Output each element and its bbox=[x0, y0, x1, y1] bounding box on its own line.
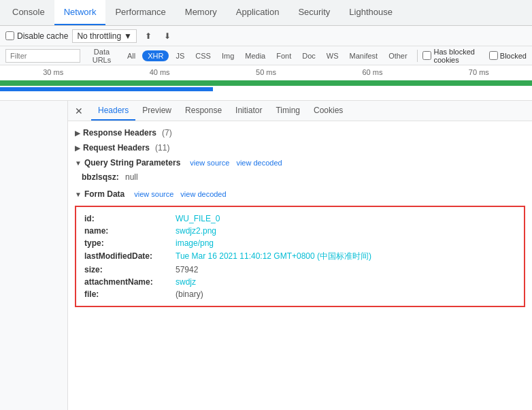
right-panel: ✕ Headers Preview Response Initiator Tim… bbox=[68, 101, 532, 410]
timeline-label-60ms: 60 ms bbox=[319, 68, 425, 76]
form-data-section[interactable]: ▼ Form Data view source view decoded bbox=[68, 187, 532, 202]
separator bbox=[417, 50, 418, 62]
tab-security[interactable]: Security bbox=[288, 0, 339, 25]
filter-btn-doc[interactable]: Doc bbox=[298, 50, 320, 61]
filter-btn-all[interactable]: All bbox=[123, 50, 139, 61]
sub-tab-initiator[interactable]: Initiator bbox=[229, 101, 269, 121]
sub-tab-timing[interactable]: Timing bbox=[269, 101, 307, 121]
filter-btn-media[interactable]: Media bbox=[241, 50, 269, 61]
chevron-down-icon: ▼ bbox=[124, 31, 132, 41]
disable-cache-checkbox[interactable]: Disable cache bbox=[5, 31, 68, 41]
form-key-file: file: bbox=[84, 289, 173, 299]
tab-network[interactable]: Network bbox=[54, 0, 106, 25]
close-icon[interactable]: ✕ bbox=[72, 104, 86, 118]
sub-tab-cookies[interactable]: Cookies bbox=[307, 101, 350, 121]
filter-btn-css[interactable]: CSS bbox=[191, 50, 215, 61]
form-row-attachmentname: attachmentName: swdjz bbox=[84, 276, 516, 288]
filter-btn-manifest[interactable]: Manifest bbox=[346, 50, 382, 61]
disable-cache-input[interactable] bbox=[5, 31, 14, 40]
form-data-view-decoded[interactable]: view decoded bbox=[180, 190, 226, 198]
blocked-cookies-label: Has blocked cookies bbox=[433, 48, 486, 64]
query-string-section[interactable]: ▼ Query String Parameters view source vi… bbox=[68, 155, 532, 170]
sub-tab-response[interactable]: Response bbox=[178, 101, 229, 121]
sub-tabs: ✕ Headers Preview Response Initiator Tim… bbox=[68, 101, 532, 121]
filter-btn-img[interactable]: Img bbox=[218, 50, 238, 61]
form-data-label: Form Data bbox=[84, 189, 124, 199]
form-row-name: name: swdjz2.png bbox=[84, 225, 516, 237]
tab-performance[interactable]: Performance bbox=[105, 0, 175, 25]
response-headers-triangle: ▶ bbox=[75, 129, 80, 137]
form-key-size: size: bbox=[84, 265, 173, 274]
form-key-lastmodified: lastModifiedDate: bbox=[84, 251, 173, 261]
blocked-cookies-checkbox[interactable]: Has blocked cookies bbox=[422, 48, 486, 64]
form-key-attachmentname: attachmentName: bbox=[84, 277, 173, 287]
form-key-id: id: bbox=[84, 214, 173, 223]
form-row-type: type: image/png bbox=[84, 237, 516, 249]
form-val-file: (binary) bbox=[176, 289, 203, 299]
disable-cache-label: Disable cache bbox=[17, 31, 68, 41]
query-param-key: bbzlsqsz: bbox=[82, 172, 122, 182]
form-key-name: name: bbox=[84, 226, 173, 236]
tab-lighthouse[interactable]: Lighthouse bbox=[339, 0, 402, 25]
form-val-size: 57942 bbox=[176, 265, 198, 274]
blocked-cookies-input[interactable] bbox=[422, 51, 431, 60]
headers-content: ▶ Response Headers (7) ▶ Request Headers… bbox=[68, 121, 532, 410]
form-data-links: view source view decoded bbox=[134, 190, 226, 198]
form-val-id: WU_FILE_0 bbox=[176, 214, 220, 223]
timeline-label-50ms: 50 ms bbox=[213, 68, 319, 76]
form-val-name: swdjz2.png bbox=[176, 226, 216, 236]
query-string-body: bbzlsqsz: null bbox=[68, 170, 532, 187]
filter-btn-xhr[interactable]: XHR bbox=[142, 50, 169, 61]
timeline-bar-area bbox=[0, 78, 532, 97]
sub-tab-preview[interactable]: Preview bbox=[135, 101, 178, 121]
filter-btn-js[interactable]: JS bbox=[171, 50, 188, 61]
sub-tab-headers[interactable]: Headers bbox=[91, 101, 135, 121]
toolbar: Disable cache No throttling ▼ ⬆ ⬇ bbox=[0, 26, 532, 46]
form-row-size: size: 57942 bbox=[84, 264, 516, 276]
query-string-view-source[interactable]: view source bbox=[190, 159, 229, 167]
form-key-type: type: bbox=[84, 238, 173, 248]
timeline-labels: 30 ms 40 ms 50 ms 60 ms 70 ms bbox=[0, 65, 532, 76]
filter-btn-data-urls[interactable]: Data URLs bbox=[83, 46, 120, 65]
timeline-green-bar bbox=[0, 80, 532, 86]
top-tab-bar: Console Network Performance Memory Appli… bbox=[0, 0, 532, 26]
query-param-row: bbzlsqsz: null bbox=[82, 172, 518, 183]
response-headers-section[interactable]: ▶ Response Headers (7) bbox=[68, 125, 532, 140]
filter-input[interactable] bbox=[5, 49, 80, 63]
request-headers-triangle: ▶ bbox=[75, 144, 80, 152]
query-string-label: Query String Parameters bbox=[84, 158, 180, 168]
query-string-view-decoded[interactable]: view decoded bbox=[236, 159, 282, 167]
left-panel bbox=[0, 101, 68, 410]
download-icon[interactable]: ⬇ bbox=[160, 29, 175, 44]
request-headers-section[interactable]: ▶ Request Headers (11) bbox=[68, 140, 532, 155]
throttle-dropdown[interactable]: No throttling ▼ bbox=[72, 29, 137, 43]
timeline-label-70ms: 70 ms bbox=[426, 68, 532, 76]
filter-btn-font[interactable]: Font bbox=[272, 50, 295, 61]
response-headers-count: (7) bbox=[162, 128, 172, 138]
request-headers-label: Request Headers bbox=[83, 143, 150, 153]
filter-btn-ws[interactable]: WS bbox=[322, 50, 343, 61]
form-val-type: image/png bbox=[176, 238, 214, 248]
form-val-lastmodified: Tue Mar 16 2021 11:40:12 GMT+0800 (中国标准时… bbox=[176, 251, 371, 262]
filter-btn-other[interactable]: Other bbox=[384, 50, 412, 61]
form-data-box: id: WU_FILE_0 name: swdjz2.png type: ima… bbox=[75, 206, 525, 307]
timeline-label-40ms: 40 ms bbox=[106, 68, 212, 76]
tab-application[interactable]: Application bbox=[227, 0, 289, 25]
timeline: 30 ms 40 ms 50 ms 60 ms 70 ms bbox=[0, 65, 532, 101]
blocked-checkbox[interactable]: Blocked bbox=[489, 51, 527, 60]
form-data-triangle: ▼ bbox=[75, 191, 82, 198]
response-headers-label: Response Headers bbox=[83, 128, 156, 138]
timeline-label-30ms: 30 ms bbox=[0, 68, 106, 76]
tab-memory[interactable]: Memory bbox=[176, 0, 227, 25]
main-content: ✕ Headers Preview Response Initiator Tim… bbox=[0, 101, 532, 410]
request-headers-count: (11) bbox=[155, 143, 169, 153]
upload-icon[interactable]: ⬆ bbox=[141, 29, 156, 44]
form-row-file: file: (binary) bbox=[84, 288, 516, 300]
query-string-triangle: ▼ bbox=[75, 159, 82, 167]
form-data-view-source[interactable]: view source bbox=[134, 190, 173, 198]
tab-console[interactable]: Console bbox=[3, 0, 54, 25]
blocked-label: Blocked bbox=[500, 52, 527, 60]
blocked-input[interactable] bbox=[489, 51, 498, 60]
query-string-links: view source view decoded bbox=[190, 159, 282, 167]
timeline-blue-bar bbox=[0, 87, 213, 91]
